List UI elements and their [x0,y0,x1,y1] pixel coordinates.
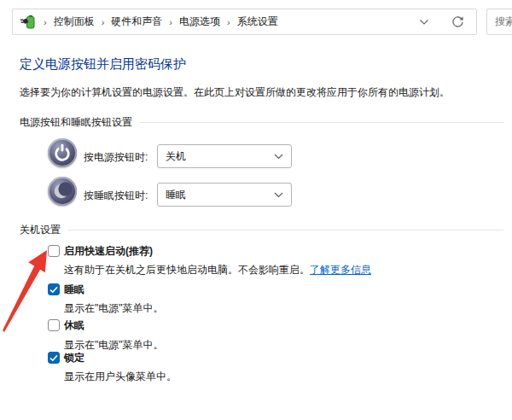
page-title: 定义电源按钮并启用密码保护 [20,56,186,73]
breadcrumb-item-control-panel[interactable]: 控制面板 [54,15,95,29]
chevron-down-icon [274,154,283,160]
refresh-icon[interactable] [451,15,464,28]
page-subtitle: 选择要为你的计算机设置的电源设置。在此页上对设置所做的更改将应用于你所有的电源计… [20,85,450,100]
breadcrumb-separator: › [44,17,47,27]
power-button-row-label: 按电源按钮时: [84,150,148,165]
lock-option-label[interactable]: 锁定 [64,351,84,365]
fast-startup-label[interactable]: 启用快速启动(推荐) [64,244,153,259]
chevron-down-icon [274,192,283,198]
search-placeholder: 搜索 [495,15,512,29]
sleep-button-icon [48,177,77,206]
breadcrumb-separator: › [102,17,105,27]
breadcrumb-item-power-options[interactable]: 电源选项 [179,15,220,29]
power-button-action-select[interactable]: 关机 [157,144,292,168]
section-header-shutdown: 关机设置 [20,223,503,237]
power-button-icon [48,138,77,167]
breadcrumb-separator: › [227,17,230,27]
section-header-label: 关机设置 [20,223,61,237]
search-input[interactable]: 搜索 [486,9,512,35]
fast-startup-description-text: 这有助于在关机之后更快地启动电脑。不会影响重启。 [64,264,310,276]
breadcrumb-item-hardware-sound[interactable]: 硬件和声音 [111,15,162,29]
lock-option-description: 显示在用户头像菜单中。 [64,370,177,384]
power-options-system-settings-page: › 控制面板 › 硬件和声音 › 电源选项 › 系统设置 搜索 定义电源按钮并启… [0,0,512,420]
power-options-icon [20,14,37,31]
hibernate-checkbox[interactable] [48,319,60,331]
learn-more-link[interactable]: 了解更多信息 [310,264,371,276]
breadcrumb-item-system-settings[interactable]: 系统设置 [237,15,278,29]
section-divider [68,230,503,230]
fast-startup-description: 这有助于在关机之后更快地启动电脑。不会影响重启。了解更多信息 [64,263,371,277]
checkmark-icon [49,354,58,362]
section-divider [140,122,503,123]
sleep-option-description: 显示在"电源"菜单中。 [64,301,164,316]
breadcrumb-separator: › [169,17,172,27]
fast-startup-checkbox[interactable] [48,245,60,257]
hibernate-option-label[interactable]: 休眠 [64,318,84,333]
checkmark-icon [49,286,58,294]
sleep-button-row-label: 按睡眠按钮时: [84,189,148,203]
sleep-option-label[interactable]: 睡眠 [64,283,84,297]
address-bar: › 控制面板 › 硬件和声音 › 电源选项 › 系统设置 [12,9,477,35]
sleep-button-action-value: 睡眠 [166,188,186,202]
sleep-button-action-select[interactable]: 睡眠 [157,183,292,207]
lock-checkbox[interactable] [48,352,60,364]
section-header-label: 电源按钮和睡眠按钮设置 [20,115,132,130]
sleep-checkbox[interactable] [48,283,60,295]
power-button-action-value: 关机 [166,149,186,164]
section-header-power-buttons: 电源按钮和睡眠按钮设置 [20,115,503,130]
address-dropdown-chevron-icon[interactable] [419,19,429,26]
